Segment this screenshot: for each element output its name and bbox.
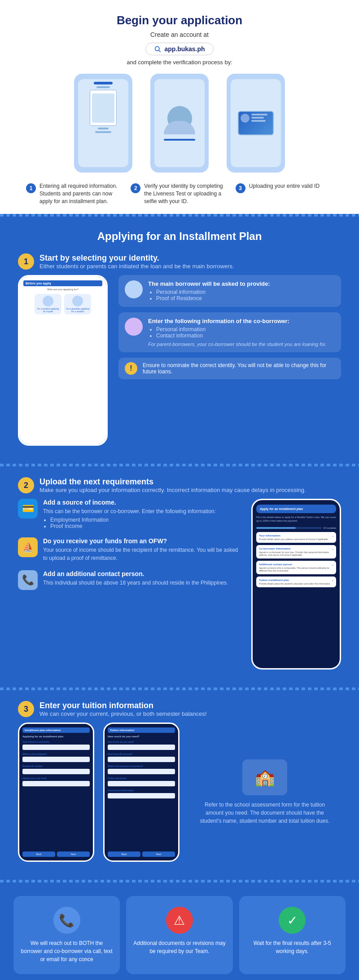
phone-screen-1 — [78, 79, 128, 167]
p2-field-3 — [108, 769, 175, 774]
phone1-content: Installment plan information Applying fo… — [22, 727, 90, 857]
app-progress: 3/4 complete — [256, 527, 336, 529]
step1-phone: Before you apply Who are you applying fo… — [18, 275, 108, 446]
step2-section: 2 Upload the next requirements Make sure… — [0, 466, 359, 687]
steps-row: 1 Entering all required information. Stu… — [18, 182, 341, 205]
req-item-1: 💳 Add a source of income. This can be th… — [18, 499, 241, 529]
p1-label-1: Your school or university — [22, 741, 90, 743]
main-borrower-item-2: Proof of Residence — [156, 295, 270, 302]
step2-phone-right: Apply for an installment plan Fill in th… — [251, 499, 341, 670]
bottom-card-1: 📞 We will reach out to BOTH the borrower… — [13, 896, 120, 974]
co-borrower-avatar — [125, 318, 143, 336]
step2-subtitle: Make sure you upload your information co… — [39, 487, 306, 493]
app-card-text-1: Provide details about your address and s… — [259, 538, 333, 541]
phone1-title: Applying for an installment plan — [22, 735, 90, 738]
app-card-text-3: Appoint someone who is contactable. This… — [259, 567, 333, 572]
req-list-1-item-2: Proof Income — [50, 523, 216, 529]
app-card-4: › Tuition installment plan Provide detai… — [256, 576, 336, 587]
app-card-2: › Co-borrower information Appoint a co-b… — [256, 545, 336, 559]
who-label-2: I'm a guardian applying for a student — [66, 307, 89, 313]
section2-title: Applying for an Installment Plan — [18, 230, 341, 243]
p1-next-btn[interactable]: Next — [57, 851, 90, 857]
and-complete-text: and complete the verification process by… — [18, 59, 341, 66]
who-avatar-2 — [72, 296, 83, 306]
who-card-1: I'm a student applying for myself — [35, 294, 61, 315]
step1-header: 1 Start by selecting your identity. Eith… — [18, 253, 341, 270]
app-card-title-1: Your information — [259, 534, 333, 537]
co-borrower-list: Personal information Contact information — [148, 326, 327, 339]
p2-field-5 — [108, 793, 175, 798]
warning-icon: ! — [125, 362, 137, 375]
req-list-1-item-1: Employment Information — [50, 517, 216, 523]
step-text-1: Entering all required information. Stude… — [39, 182, 123, 205]
page-title: Begin your application — [18, 13, 341, 27]
co-borrower-body: Enter the following information of the c… — [148, 318, 327, 347]
school-desc: Refer to the school assessment form for … — [197, 801, 332, 825]
step2-header: 2 Upload the next requirements Make sure… — [18, 477, 341, 493]
app-card-text-2: Appoint a co-borrower for your loan. Pro… — [259, 551, 333, 556]
warning-text: Ensure to nominate the correct identity.… — [143, 362, 335, 375]
step1-title: Start by selecting your identity. — [39, 253, 234, 263]
phone2-header: Tuition information — [108, 727, 175, 733]
app-phone-mock: Apply for an installment plan Fill in th… — [251, 499, 341, 670]
req-body-3: Add an additional contact person. This i… — [43, 570, 228, 587]
bottom-card-text-3: Wait for the final results after 3-5 wor… — [245, 939, 339, 955]
step-item-2: 2 Verify your identity by completing the… — [127, 182, 232, 205]
p1-field-4 — [22, 781, 90, 786]
step3-phone-2: Tuition information How much do you need… — [103, 723, 180, 862]
url-bar[interactable]: app.bukas.ph — [145, 43, 213, 55]
step3-title: Enter your tuition information — [39, 701, 207, 710]
step-item-1: 1 Entering all required information. Stu… — [22, 182, 127, 205]
step1-block: 1 Start by selecting your identity. Eith… — [18, 253, 341, 446]
school-building-icon: 🏫 — [242, 759, 287, 795]
top-section: Begin your application Create an account… — [0, 0, 359, 214]
bottom-card-text-1: We will reach out to BOTH the borrower a… — [20, 939, 114, 963]
step3-header: 3 Enter your tuition information We can … — [18, 701, 341, 717]
phone-screen-2 — [154, 79, 205, 167]
step2-left: 💳 Add a source of income. This can be th… — [18, 499, 241, 598]
app-card-1: › Your information Provide details about… — [256, 532, 336, 543]
p1-back-btn[interactable]: Back — [22, 851, 55, 857]
app-subtext: Fill in the details below or apply for a… — [256, 516, 336, 523]
req-item-3: 📞 Add an additional contact person. This… — [18, 570, 241, 590]
p2-label-3: What is the purpose of payment? — [108, 765, 175, 767]
phone2-content: Tuition information How much do you need… — [108, 727, 175, 857]
step3-phone-1: Installment plan information Applying fo… — [18, 723, 94, 862]
bottom-card-3: ✓ Wait for the final results after 3-5 w… — [239, 896, 346, 974]
phone2-title: How much do you need? — [108, 735, 175, 738]
bottom-card-icon-2: ⚠ — [166, 907, 193, 934]
bottom-card-text-2: Additional documents or revisions may be… — [132, 939, 226, 955]
req-body-1: Add a source of income. This can be the … — [43, 499, 216, 529]
phone-mock-3 — [227, 74, 285, 173]
co-borrower-item-2: Contact information — [156, 333, 327, 339]
phones-row — [18, 74, 341, 173]
p2-back-btn[interactable]: Back — [108, 851, 140, 857]
step-num-3: 3 — [236, 183, 245, 193]
req-icon-3: 📞 — [18, 570, 38, 590]
p2-label-1: How much do you need? — [108, 741, 175, 743]
who-card-2: I'm a guardian applying for a student — [64, 294, 91, 315]
phone-header-1: Before you apply — [23, 280, 102, 286]
step-item-3: 3 Uploading your entire valid ID — [232, 182, 337, 205]
step1-circle: 1 — [18, 253, 34, 270]
p2-field-4 — [108, 781, 175, 786]
phone-mock-1 — [74, 74, 132, 173]
p2-next-btn[interactable]: Next — [142, 851, 175, 857]
req-item-2: ⛵ Do you receive your funds from an OFW?… — [18, 537, 241, 562]
p2-label-2: How long will you pay? — [108, 753, 175, 755]
search-icon — [154, 45, 161, 53]
p2-field-2 — [108, 757, 175, 762]
req-icon-2: ⛵ — [18, 537, 38, 557]
main-borrower-title: The main borrower will be asked to provi… — [148, 280, 270, 287]
step1-phone-screen: Before you apply Who are you applying fo… — [20, 277, 106, 444]
co-borrower-card: Enter the following information of the c… — [118, 312, 341, 352]
req-desc-1: This can be the borrower or co-borrower.… — [43, 507, 216, 515]
url-text: app.bukas.ph — [164, 45, 205, 53]
step2-circle: 2 — [18, 477, 34, 493]
phone-subtext-1: Who are you applying for? — [23, 288, 102, 291]
bottom-cards: 📞 We will reach out to BOTH the borrower… — [0, 882, 359, 980]
p2-label-4: Tuition document — [108, 777, 175, 780]
warning-card: ! Ensure to nominate the correct identit… — [118, 358, 341, 379]
p1-label-4: Update your year level — [22, 777, 90, 780]
app-card-title-2: Co-borrower information — [259, 547, 333, 550]
